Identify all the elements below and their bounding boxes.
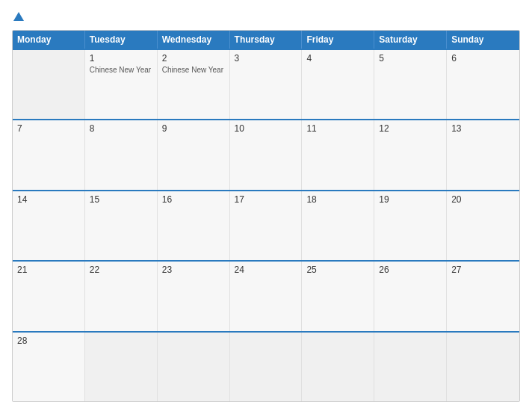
weekday-header-friday: Friday <box>302 31 374 49</box>
day-number: 11 <box>306 123 369 134</box>
day-number: 3 <box>235 53 297 64</box>
weekday-header-wednesday: Wednesday <box>158 31 230 49</box>
day-number: 22 <box>90 265 152 275</box>
day-number: 17 <box>235 194 297 205</box>
calendar-cell: 1Chinese New Year <box>85 50 158 119</box>
calendar-body: 1Chinese New Year2Chinese New Year345678… <box>13 49 519 401</box>
day-number: 7 <box>17 123 80 134</box>
day-event: Chinese New Year <box>90 65 152 75</box>
day-number: 10 <box>235 123 297 134</box>
calendar-cell: 17 <box>230 191 303 260</box>
logo <box>12 12 24 22</box>
weekday-header-thursday: Thursday <box>230 31 303 49</box>
day-event: Chinese New Year <box>162 65 225 75</box>
day-number: 14 <box>17 194 80 205</box>
weekday-header-sunday: Sunday <box>447 31 519 49</box>
day-number: 6 <box>451 53 515 64</box>
calendar-cell: 5 <box>374 50 447 119</box>
day-number: 15 <box>90 194 152 205</box>
day-number: 18 <box>306 194 369 205</box>
day-number: 9 <box>162 123 225 134</box>
day-number: 5 <box>379 53 442 64</box>
day-number: 16 <box>162 194 225 205</box>
calendar-week-5: 28 <box>13 331 519 401</box>
calendar-week-4: 21222324252627 <box>13 260 519 330</box>
calendar-cell <box>302 333 374 401</box>
calendar-cell: 4 <box>302 50 374 119</box>
day-number: 28 <box>17 336 80 346</box>
calendar-cell <box>13 50 85 119</box>
day-number: 27 <box>451 265 515 275</box>
day-number: 19 <box>379 194 442 205</box>
calendar-cell: 26 <box>374 262 447 330</box>
calendar-cell: 19 <box>374 191 447 260</box>
calendar-cell: 10 <box>230 120 303 189</box>
calendar-cell: 9 <box>158 120 230 189</box>
calendar-cell <box>447 333 519 401</box>
calendar-week-1: 1Chinese New Year2Chinese New Year3456 <box>13 49 519 119</box>
calendar-cell <box>230 333 303 401</box>
calendar-cell: 22 <box>85 262 158 330</box>
calendar-cell: 2Chinese New Year <box>158 50 230 119</box>
calendar-cell: 11 <box>302 120 374 189</box>
day-number: 1 <box>90 53 152 64</box>
calendar-cell: 24 <box>230 262 303 330</box>
calendar-cell: 25 <box>302 262 374 330</box>
day-number: 23 <box>162 265 225 275</box>
day-number: 12 <box>379 123 442 134</box>
calendar-cell: 3 <box>230 50 303 119</box>
calendar-cell: 6 <box>447 50 519 119</box>
day-number: 24 <box>235 265 297 275</box>
calendar-cell: 15 <box>85 191 158 260</box>
weekday-header-tuesday: Tuesday <box>85 31 158 49</box>
day-number: 20 <box>451 194 515 205</box>
calendar-week-2: 78910111213 <box>13 119 519 189</box>
calendar-cell: 16 <box>158 191 230 260</box>
calendar-cell: 14 <box>13 191 85 260</box>
day-number: 25 <box>306 265 369 275</box>
calendar-header: MondayTuesdayWednesdayThursdayFridaySatu… <box>13 31 519 49</box>
day-number: 4 <box>306 53 369 64</box>
calendar-cell: 23 <box>158 262 230 330</box>
calendar-cell: 21 <box>13 262 85 330</box>
calendar-cell: 18 <box>302 191 374 260</box>
day-number: 2 <box>162 53 225 64</box>
calendar-cell: 8 <box>85 120 158 189</box>
weekday-header-monday: Monday <box>13 31 85 49</box>
calendar-cell <box>374 333 447 401</box>
day-number: 13 <box>451 123 515 134</box>
calendar-cell <box>85 333 158 401</box>
calendar-cell: 28 <box>13 333 85 401</box>
day-number: 26 <box>379 265 442 275</box>
calendar-cell <box>158 333 230 401</box>
logo-triangle-icon <box>13 12 24 21</box>
day-number: 21 <box>17 265 80 275</box>
calendar-cell: 12 <box>374 120 447 189</box>
calendar-cell: 7 <box>13 120 85 189</box>
calendar-cell: 20 <box>447 191 519 260</box>
calendar-cell: 13 <box>447 120 519 189</box>
calendar: MondayTuesdayWednesdayThursdayFridaySatu… <box>12 30 520 402</box>
day-number: 8 <box>90 123 152 134</box>
calendar-cell: 27 <box>447 262 519 330</box>
weekday-header-saturday: Saturday <box>374 31 447 49</box>
header <box>12 12 520 22</box>
page: MondayTuesdayWednesdayThursdayFridaySatu… <box>0 0 532 411</box>
calendar-week-3: 14151617181920 <box>13 190 519 260</box>
